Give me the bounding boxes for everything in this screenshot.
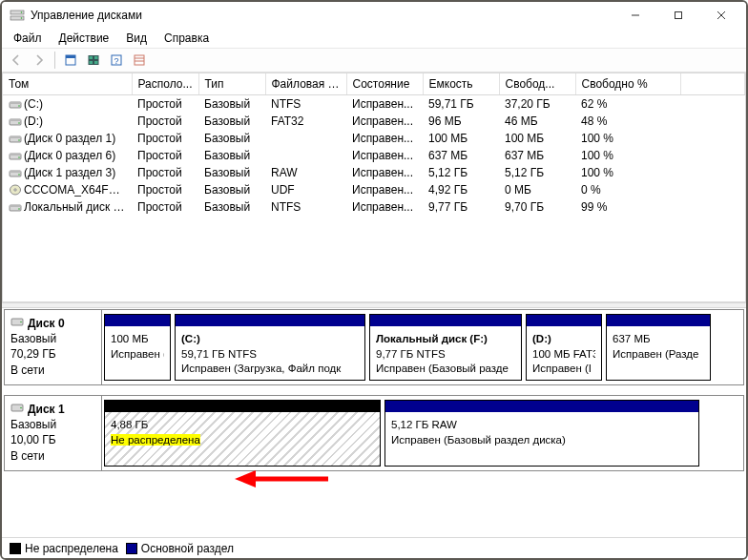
cell-free: 46 МБ [499,113,575,130]
menu-action[interactable]: Действие [52,30,117,47]
cell-fs: UDF [265,181,346,198]
partition-title: Локальный диск (F:) [376,332,515,347]
table-row[interactable]: (Диск 0 раздел 1)ПростойБазовыйИсправен.… [3,130,745,147]
table-empty-area[interactable] [3,216,745,301]
table-row[interactable]: Локальный диск (...ПростойБазовыйNTFSИсп… [3,198,745,216]
cell-status: Исправен... [346,198,423,216]
disk-header[interactable]: Диск 0Базовый70,29 ГБВ сети [5,310,102,384]
cell-status: Исправен... [346,130,423,147]
cell-layout: Простой [132,130,198,147]
cell-layout: Простой [132,147,198,164]
cell-freepct: 0 % [575,181,680,198]
minimize-button[interactable] [613,3,656,28]
drive-icon [9,98,22,110]
help-button[interactable]: ? [106,50,127,71]
partition-primary[interactable]: 100 МБИсправен (I [104,314,171,381]
volume-name: (Диск 0 раздел 1) [24,132,115,145]
table-row[interactable]: (Диск 1 раздел 3)ПростойБазовыйRAWИсправ… [3,164,745,181]
partition-status: Исправен (Базовый раздел диска) [391,434,566,446]
disk-partitions: 4,88 ГБНе распределена5,12 ГБ RAWИсправе… [102,396,743,470]
partition-size: 9,77 ГБ NTFS [376,347,515,363]
svg-point-42 [20,407,22,409]
partition-status: Исправен (I [111,348,164,360]
partition-stripe [105,315,170,326]
partition-title: (D:) [532,332,595,347]
cell-layout: Простой [132,181,198,198]
col-free[interactable]: Свобод... [499,73,575,95]
partition-primary[interactable]: Локальный диск (F:)9,77 ГБ NTFSИсправен … [369,314,522,381]
svg-text:?: ? [114,56,118,66]
svg-point-24 [18,122,20,124]
svg-rect-5 [675,12,681,19]
partition-size: 100 МБ [111,332,164,347]
refresh-button[interactable] [60,50,81,71]
partition-status: Исправен (Базовый разде [376,363,509,374]
volume-name: (C:) [24,97,43,111]
partition-primary[interactable]: 5,12 ГБ RAWИсправен (Базовый раздел диск… [384,400,699,467]
cell-type: Базовый [198,198,265,216]
window-title: Управление дисками [31,9,613,22]
svg-point-35 [14,189,16,191]
partition-status: Исправен (Загрузка, Файл подк [181,363,341,374]
cell-fs: NTFS [265,95,346,114]
table-row[interactable]: (C:)ПростойБазовыйNTFSИсправен...59,71 Г… [3,95,745,114]
disk-type: Базовый [10,417,95,432]
partition-primary[interactable]: (C:)59,71 ГБ NTFSИсправен (Загрузка, Фай… [175,314,365,381]
table-row[interactable]: (D:)ПростойБазовыйFAT32Исправен...96 МБ4… [3,113,745,130]
svg-marker-44 [235,470,256,487]
table-row[interactable]: CCCOMA_X64FRE...ПростойБазовыйUDFИсправе… [3,181,745,198]
maximize-button[interactable] [656,3,699,28]
col-volume[interactable]: Том [3,73,132,95]
partition-status: Не распределена [111,434,200,446]
cell-type: Базовый [198,130,265,147]
menu-help[interactable]: Справка [156,30,217,47]
col-freepct[interactable]: Свободно % [575,73,680,95]
svg-rect-20 [10,102,21,104]
partition-stripe [105,401,380,412]
back-button[interactable] [6,50,27,71]
svg-rect-23 [10,119,21,121]
properties-button[interactable] [83,50,104,71]
partition-primary[interactable]: (D:)100 МБ FAT3Исправен (I [526,314,602,381]
disk-header[interactable]: Диск 1Базовый10,00 ГБВ сети [5,396,102,470]
col-capacity[interactable]: Емкость [423,73,499,95]
cell-layout: Простой [132,164,198,181]
menu-view[interactable]: Вид [118,30,155,47]
list-button[interactable] [129,50,150,71]
cell-free: 0 МБ [499,181,575,198]
cell-freepct: 100 % [575,147,680,164]
cell-freepct: 100 % [575,130,680,147]
forward-button[interactable] [29,50,50,71]
cell-type: Базовый [198,113,265,130]
legend-primary: Основной раздел [126,542,234,555]
col-status[interactable]: Состояние [346,73,423,95]
col-type[interactable]: Тип [198,73,265,95]
drive-icon [9,133,22,144]
disk-state: В сети [10,448,95,464]
disk-size: 10,00 ГБ [10,432,95,447]
close-button[interactable] [699,3,742,28]
partition-primary[interactable]: 637 МБИсправен (Разде [606,314,711,381]
cell-free: 637 МБ [499,147,575,164]
splitter[interactable] [2,302,746,308]
svg-point-3 [21,17,23,19]
cell-fs: RAW [265,164,346,181]
menu-file[interactable]: Файл [6,30,50,47]
partition-title: (C:) [181,332,359,347]
disk-icon [10,316,24,331]
window-controls [613,3,742,28]
svg-point-30 [18,156,20,158]
svg-rect-13 [94,61,99,65]
col-layout[interactable]: Располо... [132,73,198,95]
cell-freepct: 48 % [575,113,680,130]
svg-rect-32 [10,171,21,173]
col-fs[interactable]: Файловая с... [265,73,346,95]
svg-point-2 [21,11,23,13]
partition-unallocated[interactable]: 4,88 ГБНе распределена [104,400,381,467]
volume-name: Локальный диск (... [24,200,127,214]
cell-capacity: 5,12 ГБ [423,164,499,181]
table-row[interactable]: (Диск 0 раздел 6)ПростойБазовыйИсправен.… [3,147,745,164]
svg-rect-9 [66,55,75,58]
cell-freepct: 62 % [575,95,680,114]
partition-stripe [607,315,710,326]
